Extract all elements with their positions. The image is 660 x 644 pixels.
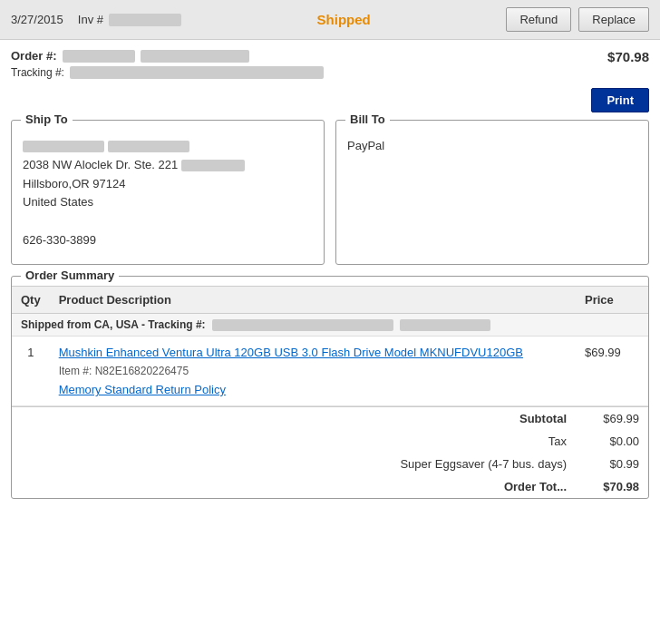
header-actions: Refund Replace: [506, 7, 649, 32]
order-summary-legend: Order Summary: [21, 268, 119, 282]
order-date: 3/27/2015: [11, 13, 63, 26]
ship-to-box: Ship To 2038 NW Aloclek Dr. Ste. 221 Hil…: [11, 120, 325, 265]
invoice-number: Inv #: [78, 13, 181, 26]
totals-table: Subtotal $69.99 Tax $0.00 Super Eggsaver…: [12, 406, 648, 498]
ship-to-line3: United States: [23, 193, 313, 212]
ship-to-phone: 626-330-3899: [23, 231, 313, 250]
item-price: $69.99: [576, 337, 648, 406]
order-total-value: $70.98: [576, 475, 648, 498]
refund-button[interactable]: Refund: [506, 7, 571, 32]
order-number-row: Order #:: [11, 49, 324, 63]
tracking-row: Tracking #:: [11, 66, 324, 79]
col-qty: Qty: [12, 287, 50, 314]
print-row: Print: [0, 84, 660, 120]
table-row: 1 Mushkin Enhanced Ventura Ultra 120GB U…: [12, 337, 648, 406]
item-number: Item #: N82E16820226475: [59, 365, 567, 377]
item-description: Mushkin Enhanced Ventura Ultra 120GB USB…: [50, 337, 576, 406]
order-number-value2: [141, 50, 249, 63]
invoice-number-value: [109, 14, 181, 26]
subtotal-row: Subtotal $69.99: [12, 407, 648, 431]
header-bar: 3/27/2015 Inv # Shipped Refund Replace: [0, 0, 660, 40]
shipping-value: $0.99: [576, 453, 648, 475]
order-status: Shipped: [196, 12, 491, 27]
shipping-label: Super Eggsaver (4-7 bus. days): [12, 453, 576, 475]
ship-to-legend: Ship To: [21, 112, 73, 126]
order-total-row: Order Tot... $70.98: [12, 475, 648, 498]
shipped-from-cell: Shipped from CA, USA - Tracking #:: [12, 314, 648, 337]
col-desc: Product Description: [50, 287, 576, 314]
replace-button[interactable]: Replace: [578, 7, 649, 32]
tax-row: Tax $0.00: [12, 430, 648, 453]
item-qty: 1: [12, 337, 50, 406]
print-button[interactable]: Print: [591, 88, 649, 112]
order-meta-left: Order #: Tracking #:: [11, 49, 324, 79]
tracking-value: [70, 66, 324, 79]
ship-to-name: [23, 141, 104, 152]
summary-table: Qty Product Description Price Shipped fr…: [12, 286, 648, 406]
tracking-value-table2: [400, 319, 490, 331]
order-label: Order #:: [11, 49, 57, 63]
product-link[interactable]: Mushkin Enhanced Ventura Ultra 120GB USB…: [59, 346, 523, 359]
order-summary-section: Order Summary Qty Product Description Pr…: [0, 276, 660, 510]
tax-value: $0.00: [576, 430, 648, 453]
subtotal-label: Subtotal: [12, 407, 576, 431]
tracking-label: Tracking #:: [11, 66, 64, 79]
order-total-header: $70.98: [607, 49, 649, 64]
tracking-value-table: [212, 319, 393, 331]
ship-to-line1: 2038 NW Aloclek Dr. Ste. 221: [23, 156, 313, 175]
bill-to-content: PayPal: [347, 137, 637, 156]
bill-to-box: Bill To PayPal: [335, 120, 649, 265]
bill-to-legend: Bill To: [345, 112, 390, 126]
table-header-row: Qty Product Description Price: [12, 287, 648, 314]
return-policy-link[interactable]: Memory Standard Return Policy: [59, 383, 567, 396]
bill-to-method: PayPal: [347, 137, 637, 156]
ship-to-line2: Hillsboro,OR 97124: [23, 175, 313, 194]
tax-label: Tax: [12, 430, 576, 453]
ship-to-content: 2038 NW Aloclek Dr. Ste. 221 Hillsboro,O…: [23, 137, 313, 250]
order-total-label: Order Tot...: [12, 475, 576, 498]
subtotal-value: $69.99: [576, 407, 648, 431]
ship-to-name2: [108, 141, 189, 152]
shipping-row: Super Eggsaver (4-7 bus. days) $0.99: [12, 453, 648, 475]
order-summary-box: Order Summary Qty Product Description Pr…: [11, 276, 649, 499]
order-number-value: [63, 50, 135, 63]
col-price: Price: [576, 287, 648, 314]
address-section: Ship To 2038 NW Aloclek Dr. Ste. 221 Hil…: [0, 120, 660, 276]
ship-to-city-blur: [181, 160, 245, 171]
shipped-from-row: Shipped from CA, USA - Tracking #:: [12, 314, 648, 337]
order-meta: Order #: Tracking #: $70.98: [0, 40, 660, 84]
